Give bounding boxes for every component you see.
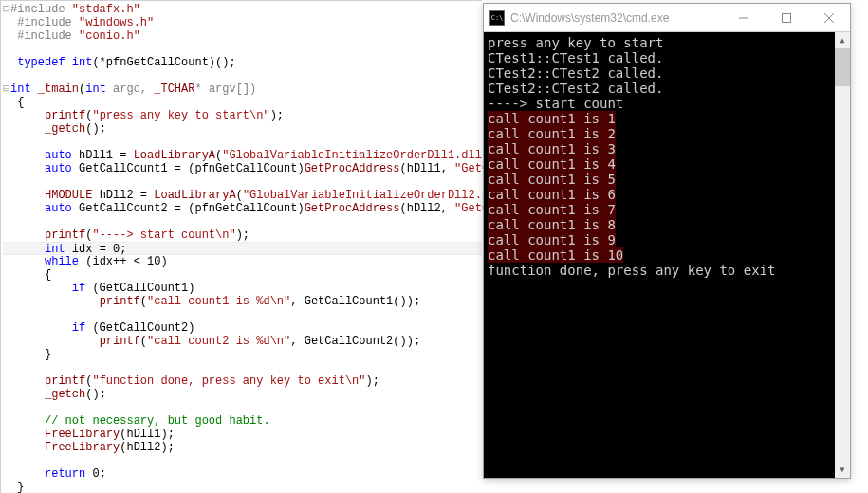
code-line: // not necessary, but good habit.	[3, 414, 482, 428]
cmd-line: call count1 is 4	[488, 156, 616, 172]
code-line: {	[3, 96, 482, 109]
cmd-line: CTest2::CTest2 called.	[488, 81, 831, 96]
code-line	[3, 69, 482, 82]
code-line: FreeLibrary(hDll1);	[3, 428, 482, 441]
code-line: if (GetCallCount1)	[3, 282, 482, 295]
code-line: _getch();	[3, 388, 482, 401]
cmd-titlebar[interactable]: C:\ C:\Windows\system32\cmd.exe	[484, 4, 850, 32]
code-line: if (GetCallCount2)	[3, 321, 482, 335]
code-content[interactable]: ⊟#include "stdafx.h" #include "windows.h…	[1, 1, 482, 493]
code-line: auto hDll1 = LoadLibraryA("GlobalVariabl…	[3, 149, 482, 162]
cmd-scrollbar[interactable]: ▲ ▼	[835, 32, 850, 478]
code-line: ⊟int _tmain(int argc, _TCHAR* argv[])	[3, 82, 482, 96]
code-line: typedef int(*pfnGetCallCount)();	[3, 56, 482, 69]
cmd-line: CTest2::CTest2 called.	[488, 65, 831, 81]
cmd-icon: C:\	[489, 10, 505, 26]
code-line: auto GetCallCount2 = (pfnGetCallCount)Ge…	[3, 202, 482, 215]
cmd-output[interactable]: ▲ ▼ press any key to startCTest1::CTest1…	[484, 32, 850, 478]
cmd-title: C:\Windows\system32\cmd.exe	[510, 11, 716, 25]
code-line: #include "conio.h"	[3, 29, 482, 43]
scrollbar-thumb[interactable]	[835, 48, 850, 86]
cmd-line: call count1 is 3	[488, 141, 616, 156]
code-line: auto GetCallCount1 = (pfnGetCallCount)Ge…	[3, 162, 482, 175]
code-line: #include "windows.h"	[3, 16, 482, 29]
code-line: return 0;	[3, 467, 482, 481]
code-line-current: int idx = 0;	[3, 242, 482, 255]
code-line: HMODULE hDll2 = LoadLibraryA("GlobalVari…	[3, 189, 482, 202]
code-line: }	[3, 481, 482, 493]
code-line: printf("press any key to start\n");	[3, 109, 482, 122]
cmd-line: call count1 is 7	[488, 202, 616, 217]
svg-rect-1	[782, 13, 790, 22]
cmd-line: CTest1::CTest1 called.	[488, 50, 831, 65]
cmd-line: ----> start count	[488, 96, 831, 111]
code-line: while (idx++ < 10)	[3, 255, 482, 268]
close-button[interactable]	[807, 4, 850, 31]
cmd-line: call count1 is 9	[488, 232, 616, 247]
code-line: FreeLibrary(hDll2);	[3, 441, 482, 454]
code-line	[3, 43, 482, 56]
code-line	[3, 454, 482, 467]
cmd-line: call count1 is 10	[488, 247, 623, 263]
code-line: printf("function done, press any key to …	[3, 374, 482, 388]
code-line: _getch();	[3, 122, 482, 136]
code-line	[3, 215, 482, 228]
window-controls	[722, 4, 850, 31]
cmd-line: call count1 is 6	[488, 187, 616, 202]
minimize-button[interactable]	[722, 4, 765, 31]
code-line: }	[3, 348, 482, 361]
code-line	[3, 361, 482, 374]
code-editor-pane[interactable]: ⊟#include "stdafx.h" #include "windows.h…	[0, 0, 482, 493]
maximize-button[interactable]	[765, 4, 807, 31]
scrollbar-down-icon[interactable]: ▼	[835, 462, 850, 478]
code-line: printf("call count2 is %d\n", GetCallCou…	[3, 335, 482, 348]
cmd-line: call count1 is 1	[488, 111, 616, 126]
code-line	[3, 308, 482, 321]
cmd-line: call count1 is 8	[488, 217, 616, 232]
scrollbar-up-icon[interactable]: ▲	[835, 32, 850, 48]
cmd-line: call count1 is 2	[488, 126, 616, 141]
code-line	[3, 175, 482, 189]
cmd-line: call count1 is 5	[488, 172, 616, 187]
cmd-line: press any key to start	[488, 35, 831, 50]
code-line: printf("----> start count\n");	[3, 228, 482, 242]
code-line	[3, 401, 482, 414]
cmd-line: function done, press any key to exit	[488, 263, 831, 278]
code-line: printf("call count1 is %d\n", GetCallCou…	[3, 295, 482, 308]
code-line	[3, 136, 482, 149]
cmd-window[interactable]: C:\ C:\Windows\system32\cmd.exe ▲ ▼ pres…	[483, 3, 851, 479]
code-line: {	[3, 268, 482, 282]
code-line: ⊟#include "stdafx.h"	[3, 3, 482, 16]
